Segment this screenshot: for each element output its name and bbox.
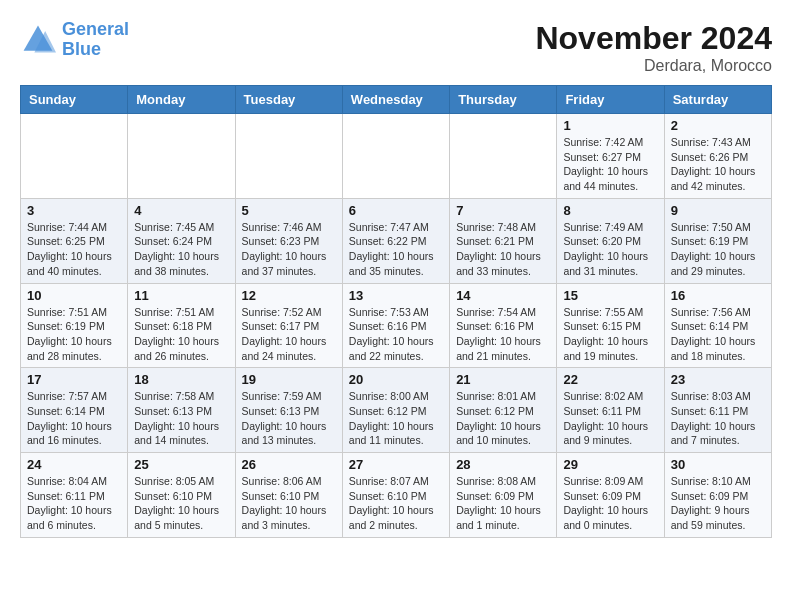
day-info: Sunrise: 8:06 AM Sunset: 6:10 PM Dayligh… <box>242 474 336 533</box>
day-number: 3 <box>27 203 121 218</box>
calendar-week-row: 10Sunrise: 7:51 AM Sunset: 6:19 PM Dayli… <box>21 283 772 368</box>
weekday-header: Wednesday <box>342 86 449 114</box>
weekday-header: Tuesday <box>235 86 342 114</box>
day-number: 29 <box>563 457 657 472</box>
day-info: Sunrise: 8:08 AM Sunset: 6:09 PM Dayligh… <box>456 474 550 533</box>
calendar-day-cell: 17Sunrise: 7:57 AM Sunset: 6:14 PM Dayli… <box>21 368 128 453</box>
logo-line1: General <box>62 19 129 39</box>
calendar-day-cell <box>342 114 449 199</box>
day-info: Sunrise: 8:02 AM Sunset: 6:11 PM Dayligh… <box>563 389 657 448</box>
day-number: 2 <box>671 118 765 133</box>
calendar-day-cell: 16Sunrise: 7:56 AM Sunset: 6:14 PM Dayli… <box>664 283 771 368</box>
calendar-day-cell: 10Sunrise: 7:51 AM Sunset: 6:19 PM Dayli… <box>21 283 128 368</box>
day-info: Sunrise: 7:56 AM Sunset: 6:14 PM Dayligh… <box>671 305 765 364</box>
day-number: 28 <box>456 457 550 472</box>
calendar-day-cell: 5Sunrise: 7:46 AM Sunset: 6:23 PM Daylig… <box>235 198 342 283</box>
calendar-day-cell: 1Sunrise: 7:42 AM Sunset: 6:27 PM Daylig… <box>557 114 664 199</box>
calendar-day-cell: 15Sunrise: 7:55 AM Sunset: 6:15 PM Dayli… <box>557 283 664 368</box>
day-info: Sunrise: 7:48 AM Sunset: 6:21 PM Dayligh… <box>456 220 550 279</box>
calendar-week-row: 1Sunrise: 7:42 AM Sunset: 6:27 PM Daylig… <box>21 114 772 199</box>
day-number: 1 <box>563 118 657 133</box>
calendar-day-cell: 14Sunrise: 7:54 AM Sunset: 6:16 PM Dayli… <box>450 283 557 368</box>
day-info: Sunrise: 7:46 AM Sunset: 6:23 PM Dayligh… <box>242 220 336 279</box>
calendar-day-cell: 28Sunrise: 8:08 AM Sunset: 6:09 PM Dayli… <box>450 453 557 538</box>
day-info: Sunrise: 8:04 AM Sunset: 6:11 PM Dayligh… <box>27 474 121 533</box>
calendar-day-cell: 26Sunrise: 8:06 AM Sunset: 6:10 PM Dayli… <box>235 453 342 538</box>
calendar-day-cell: 27Sunrise: 8:07 AM Sunset: 6:10 PM Dayli… <box>342 453 449 538</box>
day-info: Sunrise: 7:45 AM Sunset: 6:24 PM Dayligh… <box>134 220 228 279</box>
weekday-header: Sunday <box>21 86 128 114</box>
calendar-week-row: 24Sunrise: 8:04 AM Sunset: 6:11 PM Dayli… <box>21 453 772 538</box>
day-info: Sunrise: 7:55 AM Sunset: 6:15 PM Dayligh… <box>563 305 657 364</box>
calendar-day-cell: 12Sunrise: 7:52 AM Sunset: 6:17 PM Dayli… <box>235 283 342 368</box>
day-info: Sunrise: 7:54 AM Sunset: 6:16 PM Dayligh… <box>456 305 550 364</box>
calendar-table: SundayMondayTuesdayWednesdayThursdayFrid… <box>20 85 772 538</box>
day-number: 24 <box>27 457 121 472</box>
weekday-header-row: SundayMondayTuesdayWednesdayThursdayFrid… <box>21 86 772 114</box>
calendar-day-cell <box>450 114 557 199</box>
weekday-header: Friday <box>557 86 664 114</box>
day-number: 9 <box>671 203 765 218</box>
day-number: 4 <box>134 203 228 218</box>
day-info: Sunrise: 7:42 AM Sunset: 6:27 PM Dayligh… <box>563 135 657 194</box>
day-info: Sunrise: 7:59 AM Sunset: 6:13 PM Dayligh… <box>242 389 336 448</box>
calendar-day-cell <box>235 114 342 199</box>
day-number: 20 <box>349 372 443 387</box>
day-info: Sunrise: 8:10 AM Sunset: 6:09 PM Dayligh… <box>671 474 765 533</box>
day-number: 14 <box>456 288 550 303</box>
day-number: 26 <box>242 457 336 472</box>
calendar-day-cell: 24Sunrise: 8:04 AM Sunset: 6:11 PM Dayli… <box>21 453 128 538</box>
day-number: 5 <box>242 203 336 218</box>
day-info: Sunrise: 7:58 AM Sunset: 6:13 PM Dayligh… <box>134 389 228 448</box>
day-info: Sunrise: 8:05 AM Sunset: 6:10 PM Dayligh… <box>134 474 228 533</box>
day-number: 25 <box>134 457 228 472</box>
calendar-day-cell: 20Sunrise: 8:00 AM Sunset: 6:12 PM Dayli… <box>342 368 449 453</box>
month-title: November 2024 <box>535 20 772 57</box>
calendar-day-cell: 30Sunrise: 8:10 AM Sunset: 6:09 PM Dayli… <box>664 453 771 538</box>
day-info: Sunrise: 8:07 AM Sunset: 6:10 PM Dayligh… <box>349 474 443 533</box>
title-section: November 2024 Derdara, Morocco <box>535 20 772 75</box>
day-info: Sunrise: 8:09 AM Sunset: 6:09 PM Dayligh… <box>563 474 657 533</box>
day-number: 18 <box>134 372 228 387</box>
day-info: Sunrise: 8:01 AM Sunset: 6:12 PM Dayligh… <box>456 389 550 448</box>
day-number: 27 <box>349 457 443 472</box>
calendar-day-cell: 13Sunrise: 7:53 AM Sunset: 6:16 PM Dayli… <box>342 283 449 368</box>
location: Derdara, Morocco <box>535 57 772 75</box>
day-number: 23 <box>671 372 765 387</box>
day-number: 12 <box>242 288 336 303</box>
day-number: 6 <box>349 203 443 218</box>
calendar-day-cell: 8Sunrise: 7:49 AM Sunset: 6:20 PM Daylig… <box>557 198 664 283</box>
day-number: 19 <box>242 372 336 387</box>
day-info: Sunrise: 7:52 AM Sunset: 6:17 PM Dayligh… <box>242 305 336 364</box>
day-info: Sunrise: 7:44 AM Sunset: 6:25 PM Dayligh… <box>27 220 121 279</box>
day-info: Sunrise: 8:00 AM Sunset: 6:12 PM Dayligh… <box>349 389 443 448</box>
logo-text: General Blue <box>62 20 129 60</box>
calendar-day-cell <box>128 114 235 199</box>
day-number: 11 <box>134 288 228 303</box>
page-header: General Blue November 2024 Derdara, Moro… <box>20 20 772 75</box>
calendar-day-cell: 2Sunrise: 7:43 AM Sunset: 6:26 PM Daylig… <box>664 114 771 199</box>
day-info: Sunrise: 7:47 AM Sunset: 6:22 PM Dayligh… <box>349 220 443 279</box>
logo: General Blue <box>20 20 129 60</box>
day-number: 7 <box>456 203 550 218</box>
day-number: 16 <box>671 288 765 303</box>
day-number: 10 <box>27 288 121 303</box>
day-number: 17 <box>27 372 121 387</box>
day-info: Sunrise: 7:51 AM Sunset: 6:18 PM Dayligh… <box>134 305 228 364</box>
calendar-day-cell <box>21 114 128 199</box>
calendar-day-cell: 6Sunrise: 7:47 AM Sunset: 6:22 PM Daylig… <box>342 198 449 283</box>
day-info: Sunrise: 7:51 AM Sunset: 6:19 PM Dayligh… <box>27 305 121 364</box>
day-info: Sunrise: 8:03 AM Sunset: 6:11 PM Dayligh… <box>671 389 765 448</box>
calendar-day-cell: 7Sunrise: 7:48 AM Sunset: 6:21 PM Daylig… <box>450 198 557 283</box>
day-info: Sunrise: 7:43 AM Sunset: 6:26 PM Dayligh… <box>671 135 765 194</box>
calendar-day-cell: 21Sunrise: 8:01 AM Sunset: 6:12 PM Dayli… <box>450 368 557 453</box>
calendar-day-cell: 9Sunrise: 7:50 AM Sunset: 6:19 PM Daylig… <box>664 198 771 283</box>
day-info: Sunrise: 7:49 AM Sunset: 6:20 PM Dayligh… <box>563 220 657 279</box>
calendar-day-cell: 23Sunrise: 8:03 AM Sunset: 6:11 PM Dayli… <box>664 368 771 453</box>
logo-icon <box>20 22 56 58</box>
calendar-day-cell: 19Sunrise: 7:59 AM Sunset: 6:13 PM Dayli… <box>235 368 342 453</box>
calendar-day-cell: 25Sunrise: 8:05 AM Sunset: 6:10 PM Dayli… <box>128 453 235 538</box>
logo-line2: Blue <box>62 39 101 59</box>
day-info: Sunrise: 7:50 AM Sunset: 6:19 PM Dayligh… <box>671 220 765 279</box>
weekday-header: Saturday <box>664 86 771 114</box>
